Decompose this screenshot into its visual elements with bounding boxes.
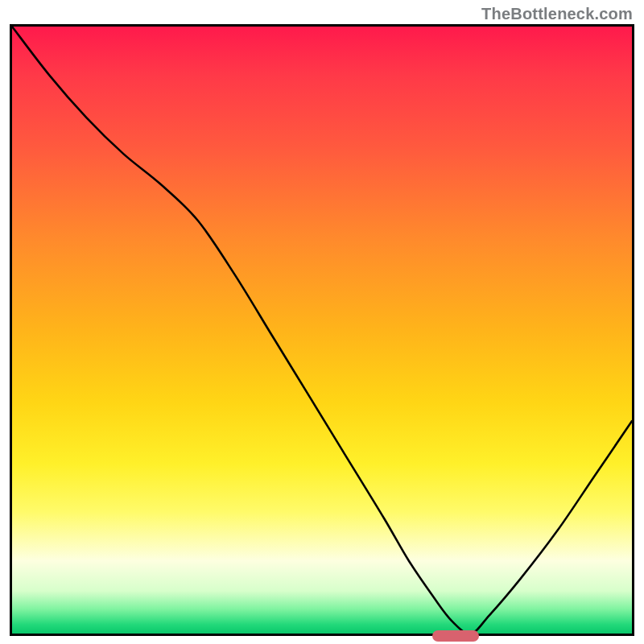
watermark-text: TheBottleneck.com xyxy=(481,5,633,23)
minimum-marker xyxy=(432,630,479,642)
chart-frame xyxy=(10,24,634,636)
bottleneck-curve xyxy=(12,27,632,634)
curve-svg xyxy=(12,27,632,634)
